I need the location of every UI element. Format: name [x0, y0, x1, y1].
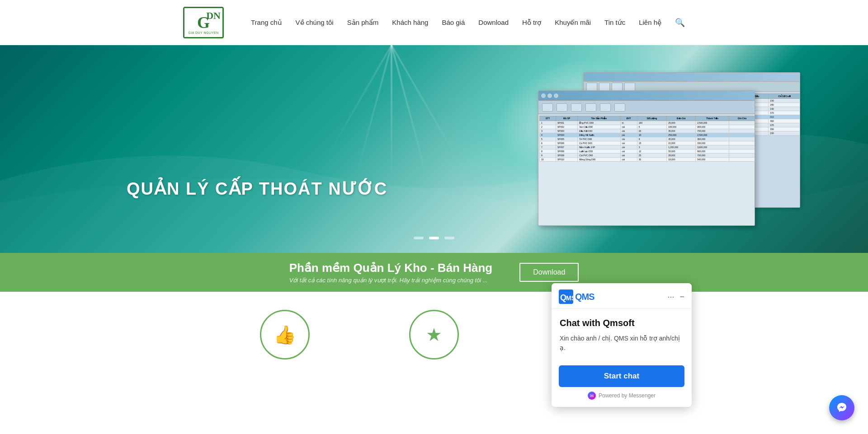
star-icon: ★ — [426, 324, 442, 345]
svg-text:MS: MS — [566, 294, 573, 302]
nav-tin-tuc[interactable]: Tin tức — [604, 19, 625, 27]
chat-widget: Q MS QMS ··· − Chat with Qmsoft Xin chào… — [552, 283, 692, 407]
messenger-fab-button[interactable] — [829, 395, 854, 420]
hero-title: QUẢN LÝ CẤP THOÁT NƯỚC — [127, 179, 387, 199]
main-nav: Trang chủ Về chúng tôi Sản phẩm Khách hà… — [251, 18, 685, 28]
svg-text:Q: Q — [560, 293, 566, 302]
nav-ho-tro[interactable]: Hỗ trợ — [522, 19, 541, 27]
nav-download[interactable]: Download — [478, 19, 509, 26]
messenger-icon: ✉ — [588, 392, 596, 400]
chat-minimize-button[interactable]: − — [679, 293, 684, 301]
nav-lien-he[interactable]: Liên hệ — [639, 19, 661, 27]
promo-banner: Phần mềm Quản Lý Kho - Bán Hàng Với tất … — [0, 253, 868, 292]
banner-title: Phần mềm Quản Lý Kho - Bán Hàng — [289, 261, 493, 275]
chat-body: Chat with Qmsoft Xin chào anh / chị. QMS… — [552, 309, 692, 360]
chat-greeting-text: Xin chào anh / chị. QMS xin hỗ trợ anh/c… — [560, 334, 684, 353]
chat-powered-by: ✉ Powered by Messenger — [559, 392, 684, 400]
chat-with-title: Chat with Qmsoft — [560, 318, 684, 328]
nav-ve-chung-toi[interactable]: Về chúng tôi — [296, 19, 334, 27]
search-icon[interactable]: 🔍 — [675, 18, 685, 28]
banner-download-button[interactable]: Download — [519, 263, 579, 282]
like-icon-circle[interactable]: 👍 — [260, 310, 310, 359]
hero-dots — [414, 237, 454, 239]
logo[interactable]: G DN GIA DUY NGUYEN — [183, 7, 224, 38]
banner-subtitle: Với tất cả các tính năng quản lý vượt tr… — [289, 277, 493, 284]
start-chat-button[interactable]: Start chat — [559, 365, 684, 387]
nav-khach-hang[interactable]: Khách hàng — [392, 19, 428, 26]
hero-dot-2[interactable] — [429, 237, 439, 239]
qms-logo-icon: Q MS — [559, 289, 573, 304]
logo-letters-dn: DN — [206, 10, 221, 22]
hero-dot-1[interactable] — [414, 237, 424, 239]
chat-footer: Start chat ✉ Powered by Messenger — [552, 360, 692, 407]
messenger-fab-icon — [835, 401, 848, 414]
hero-screenshot: STTMã KHTên Khách HàngĐịa ChỉĐồng HồChỉ … — [538, 63, 800, 235]
thumbs-up-icon: 👍 — [274, 324, 296, 345]
star-icon-circle[interactable]: ★ — [409, 310, 459, 359]
hero-section: STTMã KHTên Khách HàngĐịa ChỉĐồng HồChỉ … — [0, 45, 868, 253]
chat-header: Q MS QMS ··· − — [552, 283, 692, 309]
qms-brand-label: QMS — [575, 292, 594, 302]
chat-more-button[interactable]: ··· — [667, 293, 674, 301]
chat-controls: ··· − — [667, 293, 684, 301]
header: G DN GIA DUY NGUYEN Trang chủ Về chúng t… — [0, 0, 868, 45]
nav-bao-gia[interactable]: Báo giá — [442, 19, 465, 26]
logo-sub-text: GIA DUY NGUYEN — [184, 31, 222, 34]
hero-dot-3[interactable] — [444, 237, 454, 239]
nav-khuyen-mai[interactable]: Khuyến mãi — [555, 19, 591, 27]
powered-by-text: Powered by Messenger — [599, 392, 656, 399]
nav-san-pham[interactable]: Sản phẩm — [347, 19, 379, 27]
chat-brand: Q MS QMS — [559, 289, 594, 304]
feature-icons-row: 👍 ★ ♥ — [0, 292, 868, 369]
banner-text: Phần mềm Quản Lý Kho - Bán Hàng Với tất … — [289, 261, 493, 284]
nav-trang-chu[interactable]: Trang chủ — [251, 19, 282, 27]
